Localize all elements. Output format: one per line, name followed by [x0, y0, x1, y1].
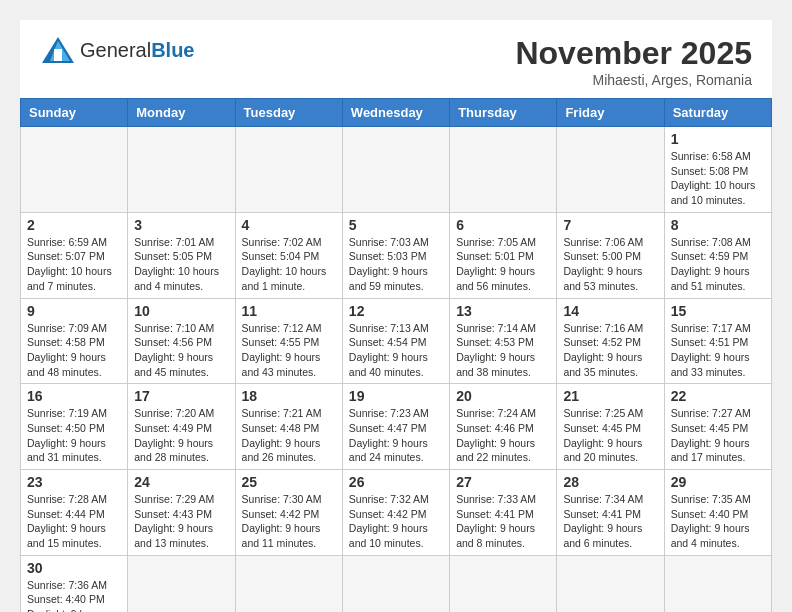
table-row	[235, 127, 342, 213]
calendar-week-row: 1Sunrise: 6:58 AMSunset: 5:08 PMDaylight…	[21, 127, 772, 213]
day-info: Sunrise: 7:16 AMSunset: 4:52 PMDaylight:…	[563, 321, 657, 380]
table-row: 18Sunrise: 7:21 AMSunset: 4:48 PMDayligh…	[235, 384, 342, 470]
day-number: 1	[671, 131, 765, 147]
table-row: 19Sunrise: 7:23 AMSunset: 4:47 PMDayligh…	[342, 384, 449, 470]
logo-text: GeneralBlue	[80, 38, 195, 62]
table-row: 5Sunrise: 7:03 AMSunset: 5:03 PMDaylight…	[342, 212, 449, 298]
day-info: Sunrise: 7:27 AMSunset: 4:45 PMDaylight:…	[671, 406, 765, 465]
day-number: 9	[27, 303, 121, 319]
day-info: Sunrise: 7:32 AMSunset: 4:42 PMDaylight:…	[349, 492, 443, 551]
table-row: 28Sunrise: 7:34 AMSunset: 4:41 PMDayligh…	[557, 470, 664, 556]
day-info: Sunrise: 7:13 AMSunset: 4:54 PMDaylight:…	[349, 321, 443, 380]
day-info: Sunrise: 7:03 AMSunset: 5:03 PMDaylight:…	[349, 235, 443, 294]
day-number: 17	[134, 388, 228, 404]
day-number: 8	[671, 217, 765, 233]
day-info: Sunrise: 7:29 AMSunset: 4:43 PMDaylight:…	[134, 492, 228, 551]
logo-icon	[40, 35, 76, 65]
table-row: 26Sunrise: 7:32 AMSunset: 4:42 PMDayligh…	[342, 470, 449, 556]
col-wednesday: Wednesday	[342, 99, 449, 127]
col-thursday: Thursday	[450, 99, 557, 127]
day-number: 11	[242, 303, 336, 319]
day-number: 10	[134, 303, 228, 319]
table-row: 22Sunrise: 7:27 AMSunset: 4:45 PMDayligh…	[664, 384, 771, 470]
day-info: Sunrise: 7:09 AMSunset: 4:58 PMDaylight:…	[27, 321, 121, 380]
table-row: 11Sunrise: 7:12 AMSunset: 4:55 PMDayligh…	[235, 298, 342, 384]
day-number: 13	[456, 303, 550, 319]
table-row	[557, 555, 664, 612]
day-number: 20	[456, 388, 550, 404]
table-row: 1Sunrise: 6:58 AMSunset: 5:08 PMDaylight…	[664, 127, 771, 213]
table-row: 4Sunrise: 7:02 AMSunset: 5:04 PMDaylight…	[235, 212, 342, 298]
day-info: Sunrise: 7:10 AMSunset: 4:56 PMDaylight:…	[134, 321, 228, 380]
title-area: November 2025 Mihaesti, Arges, Romania	[515, 35, 752, 88]
day-number: 2	[27, 217, 121, 233]
day-number: 26	[349, 474, 443, 490]
calendar-week-row: 16Sunrise: 7:19 AMSunset: 4:50 PMDayligh…	[21, 384, 772, 470]
table-row: 27Sunrise: 7:33 AMSunset: 4:41 PMDayligh…	[450, 470, 557, 556]
day-info: Sunrise: 7:35 AMSunset: 4:40 PMDaylight:…	[671, 492, 765, 551]
table-row: 8Sunrise: 7:08 AMSunset: 4:59 PMDaylight…	[664, 212, 771, 298]
day-number: 3	[134, 217, 228, 233]
table-row: 30Sunrise: 7:36 AMSunset: 4:40 PMDayligh…	[21, 555, 128, 612]
table-row	[128, 127, 235, 213]
day-number: 12	[349, 303, 443, 319]
day-info: Sunrise: 7:08 AMSunset: 4:59 PMDaylight:…	[671, 235, 765, 294]
table-row: 14Sunrise: 7:16 AMSunset: 4:52 PMDayligh…	[557, 298, 664, 384]
table-row: 29Sunrise: 7:35 AMSunset: 4:40 PMDayligh…	[664, 470, 771, 556]
day-info: Sunrise: 6:58 AMSunset: 5:08 PMDaylight:…	[671, 149, 765, 208]
table-row	[342, 555, 449, 612]
table-row: 16Sunrise: 7:19 AMSunset: 4:50 PMDayligh…	[21, 384, 128, 470]
table-row	[450, 555, 557, 612]
day-info: Sunrise: 7:19 AMSunset: 4:50 PMDaylight:…	[27, 406, 121, 465]
page-header: GeneralBlue November 2025 Mihaesti, Arge…	[20, 20, 772, 98]
table-row: 9Sunrise: 7:09 AMSunset: 4:58 PMDaylight…	[21, 298, 128, 384]
day-number: 21	[563, 388, 657, 404]
logo: GeneralBlue	[40, 35, 195, 65]
table-row: 23Sunrise: 7:28 AMSunset: 4:44 PMDayligh…	[21, 470, 128, 556]
table-row: 25Sunrise: 7:30 AMSunset: 4:42 PMDayligh…	[235, 470, 342, 556]
day-number: 5	[349, 217, 443, 233]
day-number: 29	[671, 474, 765, 490]
day-info: Sunrise: 7:05 AMSunset: 5:01 PMDaylight:…	[456, 235, 550, 294]
day-number: 19	[349, 388, 443, 404]
table-row	[21, 127, 128, 213]
col-friday: Friday	[557, 99, 664, 127]
day-info: Sunrise: 6:59 AMSunset: 5:07 PMDaylight:…	[27, 235, 121, 294]
table-row	[450, 127, 557, 213]
table-row: 17Sunrise: 7:20 AMSunset: 4:49 PMDayligh…	[128, 384, 235, 470]
table-row: 7Sunrise: 7:06 AMSunset: 5:00 PMDaylight…	[557, 212, 664, 298]
table-row: 20Sunrise: 7:24 AMSunset: 4:46 PMDayligh…	[450, 384, 557, 470]
table-row: 6Sunrise: 7:05 AMSunset: 5:01 PMDaylight…	[450, 212, 557, 298]
day-number: 4	[242, 217, 336, 233]
day-number: 6	[456, 217, 550, 233]
table-row: 12Sunrise: 7:13 AMSunset: 4:54 PMDayligh…	[342, 298, 449, 384]
day-number: 28	[563, 474, 657, 490]
col-saturday: Saturday	[664, 99, 771, 127]
day-number: 27	[456, 474, 550, 490]
day-number: 23	[27, 474, 121, 490]
calendar-week-row: 23Sunrise: 7:28 AMSunset: 4:44 PMDayligh…	[21, 470, 772, 556]
day-info: Sunrise: 7:23 AMSunset: 4:47 PMDaylight:…	[349, 406, 443, 465]
day-number: 16	[27, 388, 121, 404]
day-info: Sunrise: 7:12 AMSunset: 4:55 PMDaylight:…	[242, 321, 336, 380]
day-number: 14	[563, 303, 657, 319]
day-info: Sunrise: 7:34 AMSunset: 4:41 PMDaylight:…	[563, 492, 657, 551]
day-info: Sunrise: 7:33 AMSunset: 4:41 PMDaylight:…	[456, 492, 550, 551]
day-info: Sunrise: 7:21 AMSunset: 4:48 PMDaylight:…	[242, 406, 336, 465]
day-number: 24	[134, 474, 228, 490]
location-subtitle: Mihaesti, Arges, Romania	[515, 72, 752, 88]
col-monday: Monday	[128, 99, 235, 127]
table-row: 2Sunrise: 6:59 AMSunset: 5:07 PMDaylight…	[21, 212, 128, 298]
table-row	[235, 555, 342, 612]
day-info: Sunrise: 7:01 AMSunset: 5:05 PMDaylight:…	[134, 235, 228, 294]
day-info: Sunrise: 7:02 AMSunset: 5:04 PMDaylight:…	[242, 235, 336, 294]
table-row: 13Sunrise: 7:14 AMSunset: 4:53 PMDayligh…	[450, 298, 557, 384]
col-sunday: Sunday	[21, 99, 128, 127]
day-info: Sunrise: 7:25 AMSunset: 4:45 PMDaylight:…	[563, 406, 657, 465]
table-row: 3Sunrise: 7:01 AMSunset: 5:05 PMDaylight…	[128, 212, 235, 298]
day-number: 22	[671, 388, 765, 404]
day-number: 15	[671, 303, 765, 319]
day-number: 25	[242, 474, 336, 490]
calendar-header-row: Sunday Monday Tuesday Wednesday Thursday…	[21, 99, 772, 127]
day-info: Sunrise: 7:14 AMSunset: 4:53 PMDaylight:…	[456, 321, 550, 380]
